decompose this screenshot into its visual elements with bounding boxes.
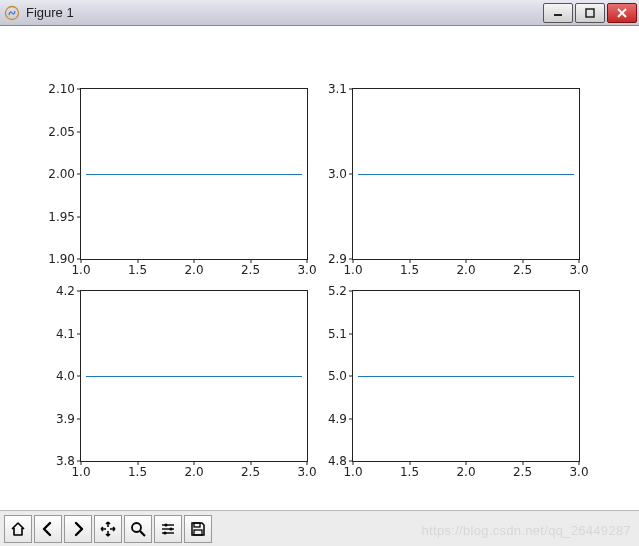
maximize-button[interactable] <box>575 3 605 23</box>
ytick-label: 2.05 <box>48 125 81 139</box>
xtick-label: 2.0 <box>184 259 203 277</box>
xtick-label: 1.5 <box>400 461 419 479</box>
ytick-label: 3.0 <box>328 167 353 181</box>
window-controls <box>541 3 637 23</box>
xtick-label: 1.0 <box>71 259 90 277</box>
ytick-label: 2.10 <box>48 82 81 96</box>
ytick-label: 5.1 <box>328 327 353 341</box>
svg-point-8 <box>164 523 167 526</box>
xtick-label: 2.5 <box>241 461 260 479</box>
figure-canvas: 1.901.952.002.052.101.01.52.02.53.02.93.… <box>0 26 639 510</box>
ytick-label: 4.2 <box>56 284 81 298</box>
home-button[interactable] <box>4 515 32 543</box>
ytick-label: 3.9 <box>56 412 81 426</box>
data-line <box>86 376 303 377</box>
ytick-label: 3.1 <box>328 82 353 96</box>
save-button[interactable] <box>184 515 212 543</box>
minimize-button[interactable] <box>543 3 573 23</box>
data-line <box>358 174 575 175</box>
xtick-label: 3.0 <box>569 259 588 277</box>
window-title: Figure 1 <box>26 5 541 20</box>
xtick-label: 1.5 <box>128 259 147 277</box>
xtick-label: 2.0 <box>456 259 475 277</box>
subplot-3: 3.83.94.04.14.21.01.52.02.53.0 <box>80 290 308 462</box>
xtick-label: 3.0 <box>297 461 316 479</box>
xtick-label: 1.5 <box>128 461 147 479</box>
xtick-label: 2.5 <box>513 259 532 277</box>
ytick-label: 5.2 <box>328 284 353 298</box>
zoom-button[interactable] <box>124 515 152 543</box>
ytick-label: 2.00 <box>48 167 81 181</box>
xtick-label: 3.0 <box>569 461 588 479</box>
pan-button[interactable] <box>94 515 122 543</box>
app-icon <box>4 5 20 21</box>
forward-button[interactable] <box>64 515 92 543</box>
svg-point-10 <box>169 527 172 530</box>
ytick-label: 4.9 <box>328 412 353 426</box>
xtick-label: 1.0 <box>343 461 362 479</box>
svg-point-12 <box>163 531 166 534</box>
svg-point-5 <box>132 523 141 532</box>
nav-toolbar <box>0 510 639 546</box>
data-line <box>86 174 303 175</box>
close-button[interactable] <box>607 3 637 23</box>
subplot-1: 1.901.952.002.052.101.01.52.02.53.0 <box>80 88 308 260</box>
xtick-label: 2.5 <box>513 461 532 479</box>
subplot-2: 2.93.03.11.01.52.02.53.0 <box>352 88 580 260</box>
xtick-label: 2.5 <box>241 259 260 277</box>
ytick-label: 5.0 <box>328 369 353 383</box>
ytick-label: 4.0 <box>56 369 81 383</box>
xtick-label: 3.0 <box>297 259 316 277</box>
ytick-label: 4.1 <box>56 327 81 341</box>
xtick-label: 2.0 <box>456 461 475 479</box>
svg-rect-2 <box>586 9 594 17</box>
xtick-label: 2.0 <box>184 461 203 479</box>
xtick-label: 1.0 <box>71 461 90 479</box>
back-button[interactable] <box>34 515 62 543</box>
window-titlebar: Figure 1 <box>0 0 639 26</box>
xtick-label: 1.5 <box>400 259 419 277</box>
configure-button[interactable] <box>154 515 182 543</box>
data-line <box>358 376 575 377</box>
xtick-label: 1.0 <box>343 259 362 277</box>
svg-rect-13 <box>194 523 200 527</box>
svg-line-6 <box>140 531 145 536</box>
ytick-label: 1.95 <box>48 210 81 224</box>
subplot-4: 4.84.95.05.15.21.01.52.02.53.0 <box>352 290 580 462</box>
